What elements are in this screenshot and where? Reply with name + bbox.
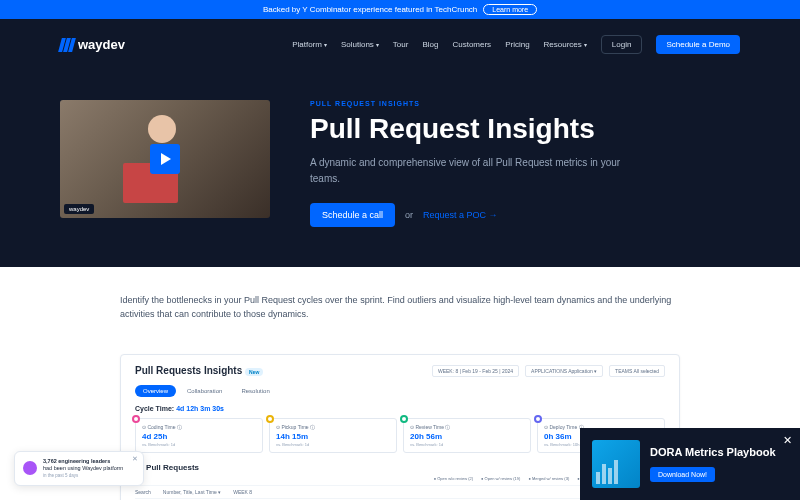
eyebrow: PULL REQUEST INSIGHTS [310, 100, 740, 107]
banner-text: Backed by Y Combinator experience featur… [263, 5, 477, 14]
cycle-time-label: Cycle Time: 4d 12h 3m 30s [135, 405, 665, 412]
announcement-banner: Backed by Y Combinator experience featur… [0, 0, 800, 19]
social-count: 3,762 engineering leaders [43, 458, 110, 464]
dora-thumbnail [592, 440, 640, 488]
nav-blog[interactable]: Blog [422, 40, 438, 49]
main-nav: waydev Platform▾ Solutions▾ Tour Blog Cu… [60, 29, 740, 60]
stage-pickup: ⊙ Pickup Time ⓘ14h 15mvs. Benchmark: 1d [269, 418, 397, 453]
intro-paragraph: Identify the bottlenecks in your Pull Re… [0, 267, 800, 342]
learn-more-button[interactable]: Learn more [483, 4, 537, 15]
hero-text: PULL REQUEST INSIGHTS Pull Request Insig… [310, 100, 740, 227]
close-icon[interactable]: ✕ [783, 434, 792, 447]
tab-collaboration[interactable]: Collaboration [179, 385, 230, 397]
stage-review: ⊙ Review Time ⓘ20h 56mvs. Benchmark: 1d [403, 418, 531, 453]
page-title: Pull Request Insights [310, 113, 740, 145]
social-text: had been using Waydev platform [43, 465, 123, 471]
teams-filter[interactable]: TEAMS All selected [609, 365, 665, 377]
nav-customers[interactable]: Customers [452, 40, 491, 49]
cycle-time-value: 4d 12h 3m 30s [176, 405, 224, 412]
close-icon[interactable]: ✕ [132, 455, 138, 463]
hero-content: waydev PULL REQUEST INSIGHTS Pull Reques… [60, 100, 740, 227]
dora-promo: ✕ DORA Metrics Playbook Download Now! [580, 428, 800, 500]
nav-platform[interactable]: Platform▾ [292, 40, 327, 49]
schedule-demo-button[interactable]: Schedule a Demo [656, 35, 740, 54]
nav-resources[interactable]: Resources▾ [544, 40, 587, 49]
week-label: WEEK 8 [233, 489, 252, 495]
download-button[interactable]: Download Now! [650, 467, 715, 482]
hero-section: waydev Platform▾ Solutions▾ Tour Blog Cu… [0, 19, 800, 267]
tab-resolution[interactable]: Resolution [233, 385, 277, 397]
schedule-call-button[interactable]: Schedule a call [310, 203, 395, 227]
dashboard-title: Pull Requests Insights New [135, 365, 263, 376]
nav-tour[interactable]: Tour [393, 40, 409, 49]
brand-logo[interactable]: waydev [60, 37, 125, 52]
login-button[interactable]: Login [601, 35, 643, 54]
chevron-down-icon: ▾ [324, 41, 327, 48]
tab-overview[interactable]: Overview [135, 385, 176, 397]
social-sub: in the past 5 days [43, 473, 78, 478]
hero-video[interactable]: waydev [60, 100, 270, 218]
play-icon[interactable] [150, 144, 180, 174]
social-proof-toast: ✕ 3,762 engineering leaders had been usi… [14, 451, 144, 486]
stage-coding: ⊙ Coding Time ⓘ4d 25hvs. Benchmark: 1d [135, 418, 263, 453]
request-poc-link[interactable]: Request a POC → [423, 210, 498, 220]
avatar [23, 461, 37, 475]
subtitle: A dynamic and comprehensive view of all … [310, 155, 630, 187]
dashboard-tabs: Overview Collaboration Resolution [135, 385, 665, 397]
cta-row: Schedule a call or Request a POC → [310, 203, 740, 227]
apps-filter[interactable]: APPLICATIONS Application ▾ [525, 365, 603, 377]
new-badge: New [245, 368, 263, 376]
or-text: or [405, 210, 413, 220]
sort-select[interactable]: Number, Title, Last Time ▾ [163, 489, 221, 495]
nav-pricing[interactable]: Pricing [505, 40, 529, 49]
video-brand-tag: waydev [64, 204, 94, 214]
chevron-down-icon: ▾ [376, 41, 379, 48]
nav-links: Platform▾ Solutions▾ Tour Blog Customers… [292, 35, 740, 54]
brand-name: waydev [78, 37, 125, 52]
search-input[interactable]: Search [135, 489, 151, 495]
chevron-down-icon: ▾ [584, 41, 587, 48]
dora-title: DORA Metrics Playbook [650, 446, 788, 459]
week-filter[interactable]: WEEK: 8 | Feb 19 - Feb 25 | 2024 [432, 365, 519, 377]
logo-icon [60, 38, 74, 52]
nav-solutions[interactable]: Solutions▾ [341, 40, 379, 49]
